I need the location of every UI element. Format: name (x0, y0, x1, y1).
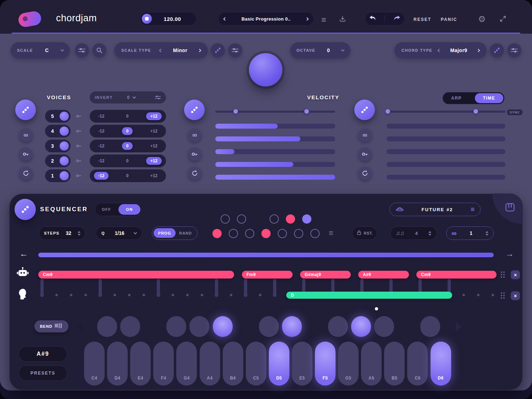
time-range[interactable] (387, 111, 505, 113)
chord-block[interactable]: Fm9 (242, 271, 293, 279)
time-randomize-dice-button[interactable] (354, 100, 375, 120)
voices-infinity-icon[interactable]: ∞ (19, 128, 33, 142)
voice-active-dot[interactable] (60, 112, 69, 121)
sync-badge[interactable]: SYNC (507, 109, 522, 115)
transpose-option[interactable]: +12 (146, 127, 162, 135)
chord-block[interactable]: G#maj9 (300, 271, 351, 279)
note-step-dot[interactable] (113, 294, 116, 296)
note-block[interactable]: D (286, 292, 452, 299)
note-step-dot[interactable] (55, 294, 58, 296)
voices-refresh-icon[interactable] (19, 167, 33, 180)
transpose-option[interactable]: +12 (146, 112, 162, 120)
voice-toggle[interactable]: 4 (45, 125, 71, 137)
transpose-option[interactable]: -12 (94, 127, 109, 135)
note-step-dot[interactable] (143, 294, 145, 296)
velocity-lock-key-icon[interactable] (188, 147, 201, 161)
scale-value[interactable]: C (45, 47, 49, 53)
velocity-bar[interactable] (215, 162, 335, 167)
scale-type-value[interactable]: Minor (162, 47, 198, 53)
chord-type-selector[interactable]: CHORD TYPE Major9 (394, 42, 487, 58)
undo-icon[interactable] (369, 15, 377, 23)
link-icon[interactable] (76, 143, 82, 151)
transpose-option[interactable]: 0 (122, 127, 133, 135)
note-step-dot[interactable] (186, 294, 189, 296)
chord-block[interactable]: Cm9 (416, 271, 497, 279)
velocity-bar[interactable] (215, 175, 335, 180)
time-infinity-icon[interactable]: ∞ (358, 128, 372, 142)
time-bar[interactable] (387, 149, 505, 154)
robot-chord-track-icon[interactable] (16, 267, 29, 279)
velocity-refresh-icon[interactable] (188, 167, 201, 180)
scale-type-selector[interactable]: SCALE TYPE Minor (114, 42, 208, 58)
scale-search-button[interactable] (92, 43, 106, 57)
note-step-dot[interactable] (477, 294, 480, 296)
note-step-dot[interactable] (462, 294, 465, 296)
chord-type-value[interactable]: Major9 (440, 47, 477, 53)
time-bar[interactable] (387, 124, 505, 129)
chord-type-next-icon[interactable] (477, 49, 480, 52)
chord-block[interactable]: Cm9 (38, 271, 234, 279)
slider-handle[interactable] (304, 109, 309, 114)
time-bar[interactable] (387, 136, 505, 141)
voice-toggle[interactable]: 1 (45, 169, 71, 182)
voice-active-dot[interactable] (60, 171, 69, 180)
time-refresh-icon[interactable] (358, 167, 372, 180)
transpose-option[interactable]: -12 (94, 157, 109, 165)
note-step-dot[interactable] (70, 294, 72, 296)
transpose-option[interactable]: -12 (94, 172, 109, 180)
note-step-dot[interactable] (215, 293, 218, 297)
panic-button[interactable]: PANIC (438, 17, 460, 22)
page-indicator-dot[interactable] (375, 307, 378, 310)
note-step-dot[interactable] (128, 294, 131, 296)
arp-tab[interactable]: ARP (451, 96, 462, 101)
note-step-dot[interactable] (40, 293, 44, 297)
scale-randomize-dice-button[interactable] (211, 43, 225, 57)
presets-button[interactable]: PRESETS (18, 365, 67, 381)
note-step-dot[interactable] (156, 293, 160, 297)
voice-active-dot[interactable] (60, 127, 69, 136)
velocity-bar[interactable] (215, 124, 335, 129)
arp-time-toggle[interactable]: ARP TIME (443, 92, 504, 104)
chord-randomize-dice-button[interactable] (490, 43, 504, 57)
velocity-infinity-icon[interactable]: ∞ (188, 128, 201, 142)
stop-button[interactable] (142, 14, 152, 24)
voices-randomize-dice-button[interactable] (15, 100, 36, 120)
invert-value[interactable]: 0 (127, 95, 130, 100)
time-tab[interactable]: TIME (475, 93, 503, 103)
time-lock-key-icon[interactable] (358, 147, 372, 161)
keyboard-settings-gear-icon[interactable]: ⚙ (22, 321, 30, 331)
voice-toggle[interactable]: 2 (45, 154, 71, 167)
transpose-option[interactable]: -12 (94, 112, 109, 120)
octave-value[interactable]: 0 (327, 47, 330, 53)
transpose-option[interactable]: 0 (122, 157, 133, 165)
transpose-option[interactable]: +12 (146, 172, 162, 180)
resize-expand-icon[interactable] (499, 15, 506, 22)
scale-morph-button[interactable] (75, 43, 89, 57)
chord-track-clear-button[interactable]: × (511, 270, 520, 279)
scale-selector[interactable]: SCALE C (11, 42, 70, 58)
preset-name[interactable]: Basic Progression 0.. (242, 16, 291, 22)
voice-toggle[interactable]: 3 (45, 140, 71, 152)
chord-morph-button[interactable] (507, 43, 521, 57)
preset-next-icon[interactable] (305, 17, 309, 21)
keyboard-scroll-right-arrow[interactable] (456, 322, 461, 331)
voice-active-dot[interactable] (60, 141, 69, 151)
note-step-dot[interactable] (98, 293, 102, 297)
sequencer-randomize-dice-button[interactable] (15, 199, 36, 220)
velocity-bar[interactable] (215, 136, 335, 141)
voice-toggle[interactable]: 5 (45, 110, 71, 123)
voices-lock-key-icon[interactable] (19, 147, 33, 161)
bpm-value[interactable]: 120.00 (152, 16, 196, 22)
time-bar[interactable] (387, 175, 505, 180)
settings-gear-icon[interactable]: ⚙ (478, 14, 486, 24)
reset-button[interactable]: RESET (411, 17, 433, 22)
note-step-dot[interactable] (259, 294, 261, 296)
link-icon[interactable] (76, 158, 82, 165)
redo-icon[interactable] (393, 15, 401, 23)
transpose-option[interactable]: 0 (122, 142, 133, 150)
transpose-option[interactable]: 0 (122, 112, 133, 120)
transpose-option[interactable]: +12 (146, 157, 162, 165)
velocity-range[interactable] (215, 111, 335, 113)
link-icon[interactable] (76, 113, 82, 121)
note-track-clear-button[interactable]: × (511, 291, 520, 300)
